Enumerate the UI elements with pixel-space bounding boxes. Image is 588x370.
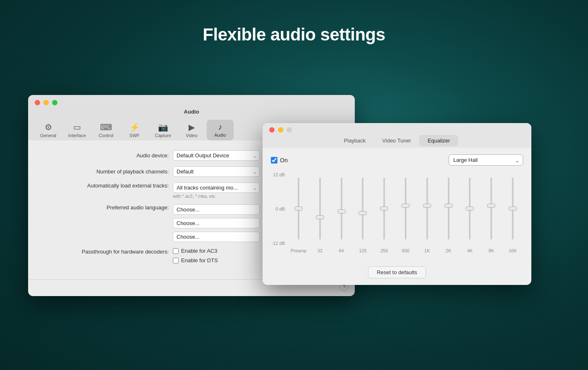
label-125hz: 125 bbox=[359, 247, 366, 255]
eq-close-button[interactable] bbox=[269, 127, 275, 133]
eq-slider-8k: 8K bbox=[481, 172, 502, 255]
external-tracks-select-wrapper: All tracks containing mo... bbox=[173, 183, 260, 193]
interface-icon: ▭ bbox=[73, 122, 81, 132]
slider-2khz[interactable] bbox=[448, 178, 449, 240]
maximize-button[interactable] bbox=[52, 100, 57, 105]
toolbar-item-interface[interactable]: ▭ Interface bbox=[63, 120, 91, 140]
label-64hz: 64 bbox=[339, 247, 344, 255]
tab-playback[interactable]: Playback bbox=[336, 135, 374, 146]
playback-channels-select-wrapper: Default bbox=[173, 166, 260, 177]
audio-language-select-1[interactable]: Choose... bbox=[173, 204, 260, 215]
slider-32hz[interactable] bbox=[319, 178, 321, 240]
audio-language-select-3[interactable]: Choose... bbox=[173, 232, 260, 242]
page-title: Flexible audio settings bbox=[0, 0, 588, 45]
swf-icon: ⚡ bbox=[129, 122, 140, 132]
eq-traffic-lights bbox=[269, 127, 525, 133]
toolbar-label-interface: Interface bbox=[68, 133, 86, 138]
window-title: Audio bbox=[184, 109, 199, 115]
toolbar-label-swf: SWF bbox=[129, 133, 139, 138]
preamp-label: Preamp bbox=[291, 247, 307, 255]
db-label-minus12: -12 dB bbox=[271, 241, 285, 246]
eq-slider-250: 250 bbox=[374, 172, 394, 255]
slider-500-wrapper bbox=[405, 172, 406, 245]
eq-tabs: Playback Video Tuner Equalizer bbox=[269, 135, 525, 148]
on-checkbox[interactable] bbox=[271, 157, 277, 164]
dts-checkbox-row: Enable for DTS bbox=[173, 257, 218, 263]
label-4khz: 4K bbox=[467, 247, 473, 255]
db-labels: 12 dB 0 dB -12 dB bbox=[271, 172, 288, 255]
label-2khz: 2K bbox=[446, 247, 451, 255]
toolbar-label-capture: Capture bbox=[155, 133, 171, 138]
eq-slider-125: 125 bbox=[352, 172, 373, 255]
toolbar-label-video: Video bbox=[186, 133, 197, 138]
minimize-button[interactable] bbox=[43, 100, 49, 105]
eq-slider-16k: 16K bbox=[502, 172, 523, 255]
slider-125hz[interactable] bbox=[362, 178, 363, 240]
toolbar-label-audio: Audio bbox=[214, 133, 226, 138]
playback-channels-select[interactable]: Default bbox=[173, 166, 260, 177]
video-icon: ▶ bbox=[189, 122, 195, 132]
external-tracks-label: Automatically load external tracks: bbox=[45, 183, 173, 189]
eq-slider-64: 64 bbox=[331, 172, 352, 255]
audio-icon: ♪ bbox=[218, 122, 222, 132]
external-tracks-select[interactable]: All tracks containing mo... bbox=[173, 183, 260, 193]
ac3-checkbox-row: Enable for AC3 bbox=[173, 248, 218, 254]
enable-ac3-checkbox[interactable] bbox=[173, 248, 179, 254]
slider-64-wrapper bbox=[341, 172, 342, 245]
enable-dts-checkbox[interactable] bbox=[173, 258, 179, 263]
slider-64hz[interactable] bbox=[341, 178, 342, 240]
preamp-slider[interactable] bbox=[298, 178, 299, 240]
enable-ac3-label: Enable for AC3 bbox=[181, 248, 217, 254]
eq-content: On Large Hall Small Hall Club Concert St… bbox=[263, 148, 531, 261]
toolbar-item-video[interactable]: ▶ Video bbox=[178, 120, 205, 140]
slider-1khz[interactable] bbox=[426, 178, 428, 240]
slider-250hz[interactable] bbox=[383, 178, 385, 240]
audio-device-select[interactable]: Default Output Device bbox=[173, 150, 260, 161]
label-8khz: 8K bbox=[488, 247, 494, 255]
toolbar-label-general: General bbox=[40, 133, 56, 138]
toolbar-item-swf[interactable]: ⚡ SWF bbox=[121, 120, 148, 140]
slider-4khz[interactable] bbox=[469, 178, 471, 240]
eq-sliders-container: 12 dB 0 dB -12 dB Preamp bbox=[271, 172, 523, 255]
on-checkbox-group: On bbox=[271, 157, 288, 164]
preset-select[interactable]: Large Hall Small Hall Club Concert Stadi… bbox=[449, 154, 523, 166]
slider-32-wrapper bbox=[319, 172, 321, 245]
eq-slider-32: 32 bbox=[310, 172, 330, 255]
label-16khz: 16K bbox=[509, 247, 517, 255]
audio-device-select-wrapper: Default Output Device bbox=[173, 150, 260, 161]
eq-slider-500: 500 bbox=[395, 172, 416, 255]
tab-equalizer[interactable]: Equalizer bbox=[419, 135, 458, 146]
db-label-0: 0 dB bbox=[271, 206, 285, 211]
eq-minimize-button[interactable] bbox=[278, 127, 283, 133]
tab-video-tuner[interactable]: Video Tuner bbox=[374, 135, 419, 146]
eq-maximize-button[interactable] bbox=[287, 127, 292, 133]
label-500hz: 500 bbox=[402, 247, 409, 255]
label-250hz: 250 bbox=[380, 247, 388, 255]
close-button[interactable] bbox=[35, 100, 40, 105]
eq-slider-1k: 1K bbox=[417, 172, 437, 255]
toolbar-item-general[interactable]: ⚙ General bbox=[35, 120, 62, 140]
passthrough-checkboxes: Enable for AC3 Enable for DTS bbox=[173, 248, 218, 263]
label-32hz: 32 bbox=[318, 247, 323, 255]
slider-16k-wrapper bbox=[512, 172, 514, 245]
general-icon: ⚙ bbox=[45, 122, 52, 132]
label-1khz: 1K bbox=[424, 247, 430, 255]
toolbar-label-control: Control bbox=[99, 133, 113, 138]
audio-language-label: Preferred audio language: bbox=[45, 204, 173, 211]
eq-slider-preamp: Preamp bbox=[288, 172, 309, 255]
toolbar-item-audio[interactable]: ♪ Audio bbox=[207, 120, 234, 140]
slider-16khz[interactable] bbox=[512, 178, 514, 240]
toolbar-item-control[interactable]: ⌨ Control bbox=[93, 120, 120, 140]
preamp-slider-wrapper bbox=[298, 172, 299, 245]
slider-8khz[interactable] bbox=[490, 178, 492, 240]
enable-dts-label: Enable for DTS bbox=[181, 257, 218, 263]
reset-defaults-button[interactable]: Reset to defaults bbox=[368, 266, 426, 278]
eq-sliders: Preamp 32 64 bbox=[288, 172, 523, 255]
toolbar-item-capture[interactable]: 📷 Capture bbox=[150, 120, 177, 140]
db-label-12: 12 dB bbox=[271, 172, 285, 177]
slider-1k-wrapper bbox=[426, 172, 428, 245]
control-icon: ⌨ bbox=[100, 122, 112, 132]
slider-500hz[interactable] bbox=[405, 178, 406, 240]
audio-language-select-2[interactable]: Choose... bbox=[173, 218, 260, 228]
slider-250-wrapper bbox=[383, 172, 385, 245]
